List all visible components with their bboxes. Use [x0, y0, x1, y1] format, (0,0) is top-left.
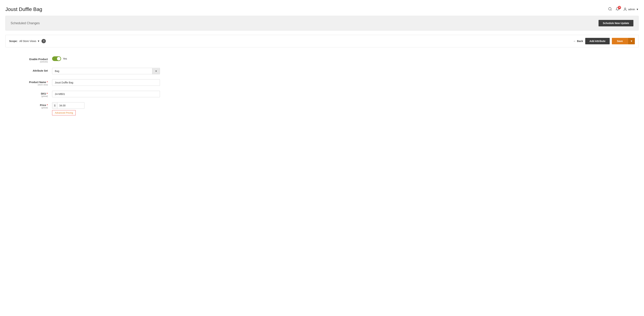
save-dropdown-button[interactable]: ▼	[628, 38, 635, 44]
notification-button[interactable]: 39	[616, 7, 620, 12]
user-menu-button[interactable]: admin ▼	[623, 7, 638, 11]
attribute-set-label: Attribute Set	[16, 69, 48, 72]
save-dropdown-arrow-icon: ▼	[630, 40, 633, 42]
price-required-star: *	[47, 104, 48, 107]
price-field: $ Advanced Pricing	[52, 102, 167, 115]
price-currency-symbol: $	[52, 102, 58, 109]
save-button[interactable]: Save	[612, 38, 628, 44]
page-title: Joust Duffle Bag	[6, 6, 42, 12]
toggle-yes-label: Yes	[63, 57, 67, 60]
svg-point-0	[608, 7, 611, 10]
help-icon[interactable]: ?	[42, 39, 46, 43]
scope-value: All Store Views	[20, 40, 36, 42]
scope-select-button[interactable]: All Store Views ▼	[20, 40, 40, 42]
toggle-slider	[52, 56, 61, 61]
price-row: Price* [global] $ Advanced Pricing	[16, 102, 167, 115]
sku-field	[52, 91, 167, 97]
price-label-col: Price* [global]	[16, 102, 52, 109]
sku-row: SKU* [global]	[16, 91, 167, 97]
product-name-label-col: Product Name* [store view]	[16, 79, 52, 86]
scheduled-changes-title: Scheduled Changes	[10, 21, 40, 25]
add-attribute-button[interactable]: Add Attribute	[585, 38, 610, 44]
save-btn-group: Save ▼	[612, 38, 635, 44]
sku-sub-label: [global]	[16, 95, 48, 97]
attribute-set-label-col: Attribute Set	[16, 68, 52, 72]
attribute-set-dropdown-button[interactable]: ▼	[152, 68, 160, 74]
attribute-set-row: Attribute Set Bag ▼	[16, 68, 167, 74]
sku-required-star: *	[47, 92, 48, 95]
back-arrow-icon: ←	[574, 40, 576, 42]
product-name-input[interactable]	[52, 79, 160, 86]
sku-input[interactable]	[52, 91, 160, 97]
scope-label: Scope:	[9, 40, 18, 42]
header-actions: 39 admin ▼	[608, 7, 638, 12]
toolbar: Scope: All Store Views ▼ ? ← Back Add At…	[6, 35, 638, 47]
notification-badge: 39	[618, 6, 621, 9]
scope-section: Scope: All Store Views ▼ ?	[9, 39, 46, 43]
user-name-label: admin	[628, 8, 635, 11]
scope-dropdown-arrow-icon: ▼	[38, 40, 40, 42]
search-button[interactable]	[608, 7, 612, 12]
svg-line-1	[611, 10, 612, 10]
search-icon	[608, 7, 612, 11]
price-input-wrapper: $	[52, 102, 84, 109]
back-label: Back	[577, 40, 583, 42]
enable-product-row: Enable Product [website] Yes	[16, 56, 167, 63]
advanced-pricing-link[interactable]: Advanced Pricing	[52, 110, 76, 115]
user-dropdown-arrow: ▼	[636, 8, 638, 11]
toolbar-right: ← Back Add Attribute Save ▼	[574, 38, 635, 44]
user-avatar-icon	[623, 7, 627, 11]
enable-product-field: Yes	[52, 56, 167, 61]
attribute-set-select[interactable]: Bag ▼	[52, 68, 160, 74]
attribute-set-field: Bag ▼	[52, 68, 167, 74]
product-name-sub-label: [store view]	[16, 84, 48, 86]
sku-label-col: SKU* [global]	[16, 91, 52, 97]
sku-label: SKU*	[16, 92, 48, 95]
product-name-required-star: *	[47, 81, 48, 84]
enable-product-label: Enable Product	[16, 58, 48, 61]
attribute-set-value: Bag	[52, 68, 152, 74]
price-input[interactable]	[58, 102, 84, 109]
back-button[interactable]: ← Back	[574, 40, 583, 42]
price-sub-label: [global]	[16, 107, 48, 109]
product-name-field	[52, 79, 167, 86]
page-header: Joust Duffle Bag 39 admi	[6, 3, 638, 16]
enable-product-sub-label: [website]	[16, 61, 48, 63]
scheduled-changes-bar: Scheduled Changes Schedule New Update	[6, 16, 638, 30]
schedule-new-update-button[interactable]: Schedule New Update	[598, 20, 634, 26]
toggle-wrapper: Yes	[52, 56, 167, 61]
enable-product-label-col: Enable Product [website]	[16, 56, 52, 63]
svg-point-2	[624, 8, 626, 9]
enable-product-toggle[interactable]	[52, 56, 61, 61]
form-content: Enable Product [website] Yes Attribute S…	[6, 53, 167, 124]
product-name-label: Product Name*	[16, 81, 48, 84]
price-label: Price*	[16, 104, 48, 107]
product-name-row: Product Name* [store view]	[16, 79, 167, 86]
